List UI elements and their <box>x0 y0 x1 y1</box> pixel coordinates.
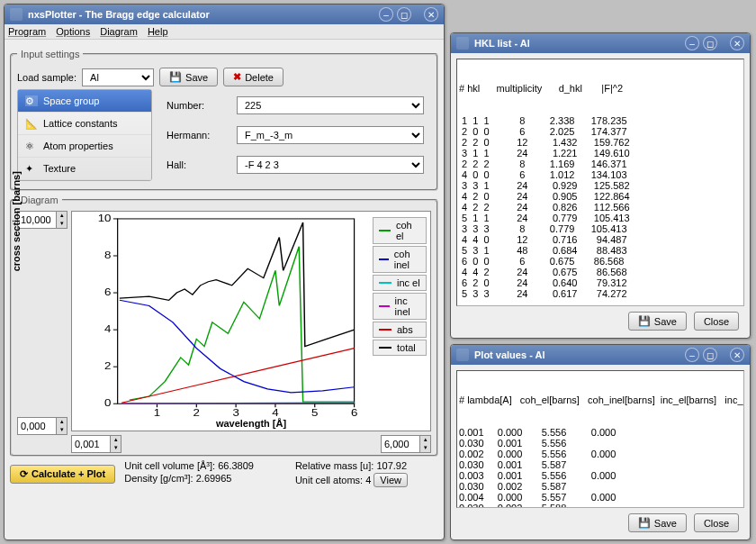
space-group-form: Number: 225 Hermann: F_m_-3_m Hall: -F 4… <box>159 89 431 181</box>
legend-label: abs <box>397 324 413 335</box>
table-row: 0.002 0.000 5.556 0.000 <box>459 449 742 459</box>
xmax-spinner[interactable]: ▴▾ <box>381 435 431 453</box>
main-title: nxsPlotter - The Bragg edge calculator <box>28 9 375 20</box>
legend-item[interactable]: abs <box>373 322 427 338</box>
legend-swatch <box>379 258 389 260</box>
table-row: 0.030 0.002 5.587 <box>459 481 742 492</box>
number-select[interactable]: 225 <box>237 96 424 114</box>
gear-icon: ⚙ <box>25 95 38 106</box>
down-icon[interactable]: ▾ <box>56 220 67 228</box>
maximize-icon[interactable]: ◻ <box>397 7 411 22</box>
texture-icon: ✦ <box>25 163 38 174</box>
svg-text:4: 4 <box>272 407 279 419</box>
table-row: 0.003 0.001 5.556 0.000 <box>459 470 742 481</box>
calculate-plot-button[interactable]: ⟳Calculate + Plot <box>10 465 115 484</box>
input-settings-legend: Input settings <box>17 49 83 59</box>
hkl-list[interactable]: # hkl multiplicity d_hkl |F|^2 1 1 1 8 2… <box>456 59 744 306</box>
svg-text:5: 5 <box>311 407 319 419</box>
sample-select[interactable]: Al <box>82 68 154 86</box>
lattice-icon: 📐 <box>25 118 38 129</box>
menu-help[interactable]: Help <box>148 26 168 37</box>
table-row: 3 1 1 24 1.221 149.610 <box>459 148 742 159</box>
menu-diagram[interactable]: Diagram <box>100 26 138 37</box>
hkl-header: # hkl multiplicity d_hkl |F|^2 <box>459 83 742 94</box>
legend-label: coh inel <box>394 249 420 270</box>
table-row: 4 4 0 12 0.716 94.487 <box>459 234 742 245</box>
legend-swatch <box>379 230 391 231</box>
legend-item[interactable]: coh el <box>373 217 427 244</box>
svg-text:2: 2 <box>104 360 112 372</box>
table-row: 0.030 0.001 5.556 <box>459 438 742 449</box>
plot-list[interactable]: # lambda[A] coh_el[barns] coh_inel[barns… <box>456 370 744 508</box>
close-icon[interactable]: ✕ <box>424 7 438 22</box>
ymin-spinner[interactable]: ▴▾ <box>17 417 68 435</box>
sidenav-space-group[interactable]: ⚙Space group <box>18 90 151 113</box>
legend-item[interactable]: inc inel <box>373 293 427 320</box>
sidenav-atom[interactable]: ⚛Atom properties <box>18 135 151 158</box>
legend-swatch <box>379 305 390 307</box>
minimize-icon[interactable]: – <box>685 348 699 362</box>
legend-label: inc el <box>397 277 420 288</box>
hkl-close-button[interactable]: Close <box>694 312 739 331</box>
menubar: Program Options Diagram Help <box>4 24 444 40</box>
legend-item[interactable]: coh inel <box>373 246 427 273</box>
legend-item[interactable]: total <box>373 340 427 356</box>
table-row: 2 0 0 6 2.025 174.377 <box>459 126 742 137</box>
table-row: 3 3 1 24 0.929 125.582 <box>459 180 742 191</box>
chart-area: 0246810123456 cross section [barns] wave… <box>71 211 431 431</box>
plot-close-button[interactable]: Close <box>694 513 739 532</box>
plot-save-button[interactable]: 💾Save <box>628 513 687 532</box>
up-icon[interactable]: ▴ <box>56 212 67 220</box>
table-row: 4 2 0 24 0.905 122.864 <box>459 191 742 202</box>
table-row: 1 1 1 8 2.338 178.235 <box>459 115 742 126</box>
view-atoms-button[interactable]: View <box>374 473 408 487</box>
legend-swatch <box>379 347 392 349</box>
table-row: 4 0 0 6 1.012 134.103 <box>459 169 742 180</box>
table-row: 2 2 0 12 1.432 159.762 <box>459 137 742 148</box>
legend-item[interactable]: inc el <box>373 275 427 291</box>
svg-text:0: 0 <box>104 397 112 409</box>
hkl-window: HKL list - Al – ◻ ✕ # hkl multiplicity d… <box>450 32 751 339</box>
hermann-select[interactable]: F_m_-3_m <box>237 126 424 144</box>
atom-icon: ⚛ <box>25 141 38 151</box>
maximize-icon[interactable]: ◻ <box>703 36 717 50</box>
menu-program[interactable]: Program <box>8 26 46 37</box>
chart-legend: coh elcoh inelinc elinc inelabstotal <box>373 217 427 356</box>
xmin-spinner[interactable]: ▴▾ <box>71 435 122 453</box>
ymax-spinner[interactable]: ▴▾ <box>17 211 68 229</box>
table-row: 3 3 3 8 0.779 105.413 <box>459 223 742 234</box>
svg-text:6: 6 <box>104 286 112 298</box>
table-row: 4 4 2 24 0.675 86.568 <box>459 267 742 277</box>
save-sample-button[interactable]: 💾Save <box>159 68 218 86</box>
diagram-group: Diagram ▴▾ ▴▾ 0246810123456 cross sectio… <box>10 195 438 457</box>
main-titlebar[interactable]: nxsPlotter - The Bragg edge calculator –… <box>4 5 444 24</box>
main-window: nxsPlotter - The Bragg edge calculator –… <box>4 4 445 540</box>
svg-text:8: 8 <box>104 249 112 261</box>
close-icon[interactable]: ✕ <box>730 348 744 362</box>
table-row: 6 2 0 24 0.640 79.312 <box>459 277 742 288</box>
close-icon[interactable]: ✕ <box>730 36 744 50</box>
app-icon <box>456 37 469 50</box>
legend-label: coh el <box>396 220 420 241</box>
minimize-icon[interactable]: – <box>685 36 699 50</box>
sidenav-lattice[interactable]: 📐Lattice constants <box>18 113 151 135</box>
app-icon <box>10 8 22 21</box>
hkl-save-button[interactable]: 💾Save <box>628 312 687 331</box>
hkl-titlebar[interactable]: HKL list - Al – ◻ ✕ <box>451 33 750 53</box>
legend-swatch <box>379 329 392 331</box>
sidenav-texture[interactable]: ✦Texture <box>18 158 151 180</box>
menu-options[interactable]: Options <box>56 26 90 37</box>
plot-titlebar[interactable]: Plot values - Al – ◻ ✕ <box>451 345 750 365</box>
table-row: 4 2 2 24 0.826 112.566 <box>459 202 742 213</box>
maximize-icon[interactable]: ◻ <box>703 348 717 362</box>
hall-select[interactable]: -F 4 2 3 <box>237 156 424 174</box>
number-label: Number: <box>166 100 230 111</box>
stats: Unit cell volume [Å³]: 66.3809 Relative … <box>124 460 438 487</box>
load-sample-label: Load sample: <box>17 72 76 83</box>
y-axis-label: cross section [barns] <box>11 171 22 271</box>
table-row: 5 3 3 24 0.617 74.272 <box>459 288 742 299</box>
minimize-icon[interactable]: – <box>379 7 393 22</box>
refresh-icon: ⟳ <box>20 468 28 480</box>
delete-icon: ✖ <box>233 71 241 83</box>
delete-sample-button[interactable]: ✖Delete <box>223 68 284 86</box>
